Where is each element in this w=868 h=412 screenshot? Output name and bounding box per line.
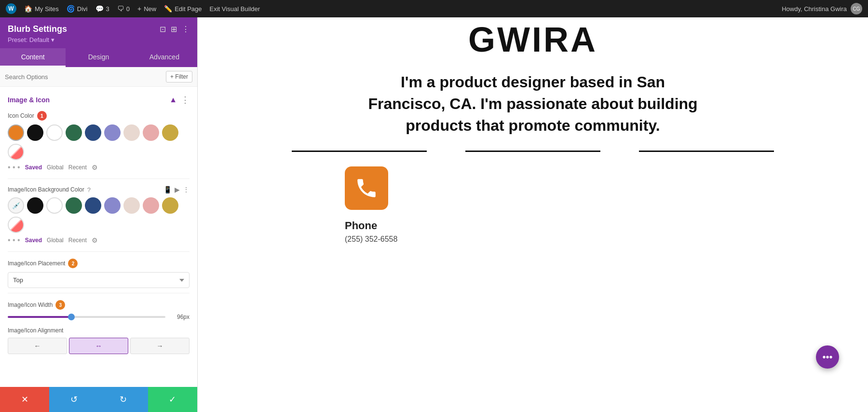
width-field-row: Image/Icon Width 3 [8,300,190,310]
columns-icon[interactable]: ⊞ [171,25,177,34]
my-sites-item[interactable]: 🏠 My Sites [24,5,59,13]
alignment-text: Image/Icon Alignment [8,327,63,334]
search-input[interactable] [5,73,162,81]
minimize-icon[interactable]: ⊡ [160,25,166,34]
bg-swatch-pink-light[interactable] [123,197,140,214]
new-label: New [144,5,156,13]
tab-advanced[interactable]: Advanced [132,48,197,67]
bg-saved-label[interactable]: Saved [25,237,42,244]
color-swatch-gold[interactable] [162,124,178,141]
bg-swatch-black[interactable] [27,197,43,214]
divider-right [639,151,774,152]
width-slider[interactable] [8,316,165,318]
tagline-text: I'm a product designer based in San Fran… [364,71,702,136]
align-right-button[interactable]: → [130,338,190,354]
comments-count: 3 [106,5,109,13]
bg-gear-icon[interactable]: ⚙ [92,236,98,244]
bg-color-swatches: 💉 [8,197,190,233]
floating-dots-button[interactable]: ••• [816,345,839,369]
bg-swatch-clear[interactable] [8,217,24,233]
field-divider-2 [8,251,190,252]
swatch-dots-icon[interactable]: • • • [8,163,20,172]
color-eyedropper[interactable]: 💉 [8,197,24,214]
right-content: GWIRA I'm a product designer based in Sa… [292,17,774,412]
new-item[interactable]: + New [137,5,156,13]
preset-dropdown[interactable]: Preset: Default ▾ [8,36,190,43]
comments-item[interactable]: 💬 3 [95,5,109,13]
recent-label[interactable]: Recent [68,164,87,171]
wp-admin-bar: W 🏠 My Sites 🌀 Divi 💬 3 🗨 0 + New ✏️ Edi… [0,0,868,17]
bg-color-label: Image/Icon Background Color ? [8,186,160,193]
width-label: Image/Icon Width 3 [8,300,190,310]
color-swatch-pink[interactable] [143,124,159,141]
color-swatch-black[interactable] [27,124,43,141]
section-options-icon[interactable]: ⋮ [181,95,190,105]
bg-recent-label[interactable]: Recent [68,237,87,244]
divi-label: Divi [77,5,88,13]
wp-logo-icon[interactable]: W [6,3,16,14]
bg-swatch-lavender[interactable] [104,197,121,214]
gear-icon[interactable]: ⚙ [92,164,98,171]
color-swatch-green[interactable] [66,124,82,141]
panel-tabs: Content Design Advanced [0,48,197,67]
alignment-row: ← ↔ → [8,338,190,354]
pointer-icon[interactable]: ▶ [175,186,180,193]
panel-actions: ✕ ↺ ↻ ✓ [0,387,197,412]
home-icon: 🏠 [24,5,32,13]
bg-swatch-green[interactable] [66,197,82,214]
color-swatch-lavender[interactable] [104,124,121,141]
exit-visual-builder-item[interactable]: Exit Visual Builder [210,5,260,13]
image-icon-section-header: Image & Icon ▲ ⋮ [8,95,190,105]
icon-color-text: Icon Color [8,112,34,119]
width-value: 96px [170,314,190,320]
phone-icon [354,176,379,200]
blurb-value: (255) 352-6558 [345,235,397,244]
color-swatch-pink-light[interactable] [123,124,140,141]
user-info: Howdy, Christina Gwira CG [782,3,862,14]
blurb-label: Phone [345,220,377,232]
section-collapse-icon[interactable]: ▲ [169,96,177,104]
bg-more-icon[interactable]: ⋮ [183,186,190,193]
bg-swatch-gold[interactable] [162,197,178,214]
placement-select[interactable]: Top Left Right [8,272,190,288]
bg-swatch-dots-icon[interactable]: • • • [8,236,20,245]
global-label[interactable]: Global [47,164,64,171]
align-left-button[interactable]: ← [8,338,67,354]
color-swatch-clear[interactable] [8,144,24,160]
bg-global-label[interactable]: Global [47,237,64,244]
tab-design[interactable]: Design [66,48,131,67]
saved-label[interactable]: Saved [25,164,42,171]
placement-badge: 2 [68,259,78,268]
undo-button[interactable]: ↺ [49,387,98,412]
color-swatch-orange[interactable] [8,124,24,141]
help-icon[interactable]: ? [87,186,91,193]
left-panel: Blurb Settings ⊡ ⊞ ⋮ Preset: Default ▾ C… [0,17,198,412]
tab-content[interactable]: Content [0,48,66,67]
confirm-button[interactable]: ✓ [148,387,197,412]
messages-item[interactable]: 🗨 0 [117,5,130,13]
confirm-icon: ✓ [169,394,176,405]
color-swatch-blue[interactable] [85,124,101,141]
bg-color-text: Image/Icon Background Color [8,186,84,193]
placement-text: Image/Icon Placement [8,260,65,267]
more-icon[interactable]: ⋮ [182,25,190,34]
comment-icon: 💬 [95,5,104,13]
bg-swatch-blue[interactable] [85,197,101,214]
width-badge: 3 [55,300,65,310]
undo-icon: ↺ [70,394,78,405]
bg-swatch-pink[interactable] [143,197,159,214]
bg-swatch-white[interactable] [46,197,63,214]
color-swatch-white[interactable] [46,124,63,141]
edit-page-item[interactable]: ✏️ Edit Page [164,5,202,13]
panel-header: Blurb Settings ⊡ ⊞ ⋮ Preset: Default ▾ [0,17,197,48]
divi-item[interactable]: 🌀 Divi [67,5,88,13]
icon-color-swatches [8,124,190,160]
divider-left [292,151,427,152]
site-title: GWIRA [468,22,597,57]
redo-button[interactable]: ↻ [99,387,148,412]
cancel-button[interactable]: ✕ [0,387,49,412]
divi-icon: 🌀 [67,5,75,13]
align-center-button[interactable]: ↔ [69,338,128,354]
filter-button[interactable]: + Filter [166,71,192,82]
mobile-icon[interactable]: 📱 [163,186,172,193]
